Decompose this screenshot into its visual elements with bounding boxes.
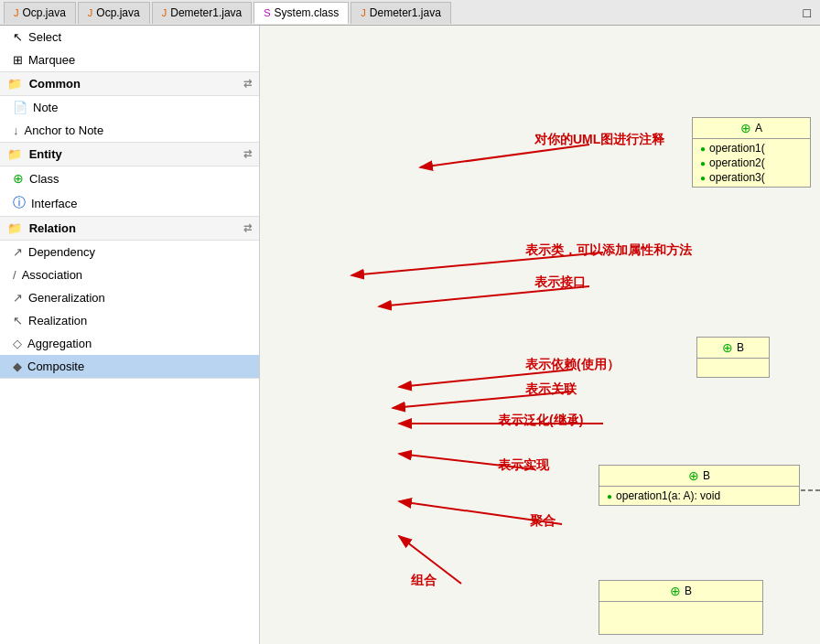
tools-section: ↖ Select ⊞ Marquee xyxy=(0,26,259,72)
tab-label-ocp1: Ocp.java xyxy=(23,6,66,19)
uml-circle-bottom-b: ⊕ xyxy=(670,584,681,598)
tab-icon-ocp1: J xyxy=(14,7,19,18)
aggregation-icon: ◇ xyxy=(13,337,22,350)
select-icon: ↖ xyxy=(13,30,23,44)
method-mid-b-label: operation1(a: A): void xyxy=(616,489,720,502)
sidebar-item-composite[interactable]: ◆ Composite xyxy=(0,355,259,378)
association-label: Association xyxy=(22,268,82,282)
realization-icon: ↗ xyxy=(13,314,23,327)
uml-method-top-a-3: ● operation3( xyxy=(700,170,803,185)
uml-name-top-a: A xyxy=(755,122,762,134)
tab-icon-ocp2: J xyxy=(88,7,93,18)
uml-box-top-b: ⊕ B xyxy=(696,337,770,378)
uml-name-top-b: B xyxy=(737,341,744,354)
relation-header-left: 📁 Relation xyxy=(7,221,76,235)
common-header[interactable]: 📁 Common ⇄ xyxy=(0,72,259,96)
sidebar-item-association[interactable]: / Association xyxy=(0,263,259,286)
dot3: ● xyxy=(700,173,706,183)
relation-section: 📁 Relation ⇄ ↗ Dependency / Association … xyxy=(0,217,259,379)
uml-method-top-a-1: ● operation1( xyxy=(700,141,803,156)
uml-circle-top-a: ⊕ xyxy=(740,121,751,135)
anchor-label: Anchor to Note xyxy=(25,123,104,137)
sidebar-item-anchor[interactable]: ↓ Anchor to Note xyxy=(0,119,259,142)
uml-box-top-a: ⊕ A ● operation1( ● operation2( ● operat… xyxy=(692,117,811,188)
dependency-icon: ↗ xyxy=(13,245,23,259)
tab-label-demeter1: Demeter1.java xyxy=(170,6,242,19)
select-tool[interactable]: ↖ Select xyxy=(0,26,259,48)
method-label-1: operation1( xyxy=(709,142,765,155)
annotation-class: 表示类，可以添加属性和方法 xyxy=(525,242,692,259)
entity-pin-icon: ⇄ xyxy=(243,148,252,160)
sidebar-item-class[interactable]: ⊕ Class xyxy=(0,166,259,190)
tab-demeter1[interactable]: J Demeter1.java xyxy=(152,2,253,24)
note-icon: 📄 xyxy=(13,101,27,114)
maximize-button[interactable]: □ xyxy=(798,4,816,22)
anchor-icon: ↓ xyxy=(13,123,19,137)
interface-label: Interface xyxy=(31,197,78,210)
tab-icon-system: S xyxy=(264,7,270,18)
annotation-generalization: 表示泛化(继承) xyxy=(498,413,583,429)
dependency-label: Dependency xyxy=(28,245,95,259)
uml-box-bottom-b: ⊕ B xyxy=(599,580,763,635)
uml-name-mid-b: B xyxy=(703,469,710,482)
method-label-2: operation2( xyxy=(709,156,765,169)
annotation-composite: 组合 xyxy=(411,573,437,589)
uml-header-top-b: ⊕ B xyxy=(697,338,769,359)
relation-header[interactable]: 📁 Relation ⇄ xyxy=(0,217,259,241)
annotation-note: 对你的UML图进行注释 xyxy=(534,132,664,148)
sidebar: ↖ Select ⊞ Marquee 📁 Common ⇄ 📄 Note xyxy=(0,26,260,644)
tab-demeter2[interactable]: J Demeter1.java xyxy=(351,2,451,24)
dot1: ● xyxy=(700,144,706,154)
relation-pin-icon: ⇄ xyxy=(243,222,252,234)
annotation-interface: 表示接口 xyxy=(534,274,586,291)
tab-icon-demeter1: J xyxy=(162,7,167,18)
generalization-icon: ↗ xyxy=(13,291,23,305)
content-area: 对你的UML图进行注释 表示类，可以添加属性和方法 表示接口 表示依赖(使用） … xyxy=(260,26,820,644)
tab-label-ocp2: Ocp.java xyxy=(96,6,139,19)
common-label: Common xyxy=(29,77,81,91)
uml-body-top-a: ● operation1( ● operation2( ● operation3… xyxy=(693,139,810,187)
uml-body-top-b xyxy=(697,359,769,377)
sidebar-item-interface[interactable]: ⓘ Interface xyxy=(0,190,259,216)
marquee-icon: ⊞ xyxy=(13,53,23,67)
aggregation-label: Aggregation xyxy=(27,337,92,350)
uml-circle-mid-b: ⊕ xyxy=(688,468,699,483)
common-pin-icon: ⇄ xyxy=(243,78,252,90)
select-label: Select xyxy=(28,30,61,44)
uml-header-mid-b: ⊕ B xyxy=(599,466,799,487)
uml-box-mid-b: ⊕ B ● operation1(a: A): void xyxy=(599,465,800,506)
entity-header-left: 📁 Entity xyxy=(7,147,62,161)
association-icon: / xyxy=(13,268,16,282)
uml-body-bottom-b xyxy=(599,602,762,620)
sidebar-item-generalization[interactable]: ↗ Generalization xyxy=(0,286,259,309)
uml-name-bottom-b: B xyxy=(685,585,692,597)
marquee-label: Marquee xyxy=(28,53,75,67)
class-icon: ⊕ xyxy=(13,171,24,186)
uml-header-bottom-b: ⊕ B xyxy=(599,581,762,602)
method-label-3: operation3( xyxy=(709,171,765,184)
composite-label: Composite xyxy=(27,360,84,373)
note-label: Note xyxy=(33,101,58,114)
uml-header-top-a: ⊕ A xyxy=(693,118,810,139)
common-folder-icon: 📁 xyxy=(7,77,22,91)
entity-section: 📁 Entity ⇄ ⊕ Class ⓘ Interface xyxy=(0,143,259,217)
entity-header[interactable]: 📁 Entity ⇄ xyxy=(0,143,259,166)
tab-ocp2[interactable]: J Ocp.java xyxy=(78,2,150,24)
entity-label: Entity xyxy=(29,147,62,161)
dot-mid-b1: ● xyxy=(607,491,612,501)
sidebar-item-realization[interactable]: ↗ Realization xyxy=(0,309,259,332)
uml-method-top-a-2: ● operation2( xyxy=(700,156,803,170)
uml-body-mid-b: ● operation1(a: A): void xyxy=(599,487,799,505)
sidebar-item-aggregation[interactable]: ◇ Aggregation xyxy=(0,332,259,355)
tab-label-system: System.class xyxy=(275,6,340,19)
composite-icon: ◆ xyxy=(13,360,22,373)
sidebar-item-dependency[interactable]: ↗ Dependency xyxy=(0,241,259,263)
relation-label: Relation xyxy=(29,221,76,235)
tab-ocp1[interactable]: J Ocp.java xyxy=(4,2,76,24)
entity-folder-icon: 📁 xyxy=(7,147,22,161)
dot2: ● xyxy=(700,158,706,168)
realization-label: Realization xyxy=(28,314,87,327)
marquee-tool[interactable]: ⊞ Marquee xyxy=(0,48,259,71)
tab-system-class[interactable]: S System.class xyxy=(254,2,349,24)
sidebar-item-note[interactable]: 📄 Note xyxy=(0,96,259,119)
